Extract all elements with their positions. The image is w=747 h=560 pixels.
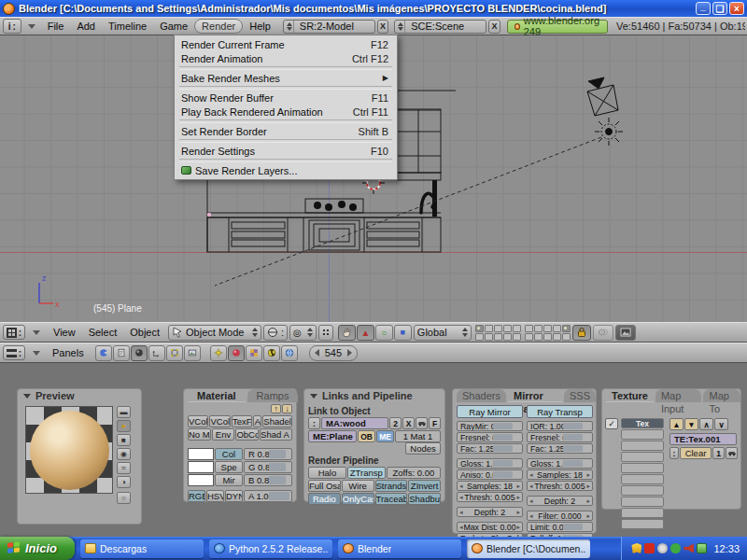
- mirror-setting-field[interactable]: Fac: 1.25: [457, 443, 523, 454]
- pipeline-toggle[interactable]: Strands: [375, 480, 408, 492]
- render-menu-item[interactable]: ▶: [179, 159, 392, 162]
- buttons-type-button[interactable]: :: [3, 345, 25, 360]
- header-collapse-icon[interactable]: [28, 24, 35, 29]
- transp-setting-field[interactable]: Samples: 18: [527, 469, 593, 480]
- b-slider[interactable]: B 0.800: [244, 474, 292, 486]
- texture-slot[interactable]: [621, 474, 664, 484]
- ray-mirror-toggle[interactable]: Ray Mirror: [457, 405, 523, 418]
- material-subcontext-button[interactable]: [228, 345, 245, 361]
- material-users-button[interactable]: 2: [389, 417, 402, 429]
- screen-delete-button[interactable]: X: [377, 20, 388, 34]
- render-menu-item[interactable]: Render Animation Ctrl F12 ▶: [175, 51, 397, 65]
- material-toggle[interactable]: TexFace: [232, 415, 252, 427]
- layer-toggle[interactable]: [562, 333, 571, 341]
- screen-browse-icon[interactable]: [284, 21, 294, 33]
- mirror-setting-field[interactable]: Max Dist: 0.00: [457, 522, 523, 532]
- transp-setting-field[interactable]: IOR: 1.00: [527, 421, 593, 431]
- mirror-setting-field[interactable]: Aniso: 0.00: [457, 469, 523, 480]
- texture-auto-name-button[interactable]: [726, 447, 738, 459]
- pipeline-toggle[interactable]: ZInvert: [408, 480, 441, 492]
- tray-agent-icon[interactable]: [657, 543, 668, 553]
- preview-type-button[interactable]: ■: [117, 434, 131, 446]
- frame-prev-icon[interactable]: [315, 349, 319, 357]
- lamp-icon[interactable]: [595, 118, 623, 146]
- minimize-button[interactable]: _: [696, 2, 711, 15]
- layer-toggle[interactable]: [534, 333, 543, 341]
- mirror-setting-field[interactable]: [457, 518, 523, 521]
- material-panel-tab[interactable]: Ramps: [247, 389, 299, 402]
- volume-icon[interactable]: [684, 543, 694, 553]
- pipeline-toggle[interactable]: Full Osa: [308, 480, 341, 492]
- view3d-menu-item[interactable]: Select: [82, 326, 124, 339]
- ray-transp-toggle[interactable]: Ray Transp: [527, 405, 593, 418]
- menu-item[interactable]: Render: [194, 19, 243, 34]
- pipeline-toggle[interactable]: OnlyCast: [342, 493, 374, 505]
- retopo-dots-button[interactable]: [318, 325, 333, 341]
- lock-view-button[interactable]: [572, 325, 591, 341]
- shaders-panel-tab[interactable]: Shaders: [457, 389, 506, 402]
- preview-refresh-button[interactable]: ○: [117, 492, 131, 504]
- r-slider[interactable]: R 0.800: [244, 448, 292, 460]
- texture-subcontext-button[interactable]: [246, 345, 262, 361]
- g-slider[interactable]: G 0.800: [244, 461, 292, 473]
- transp-setting-field[interactable]: Filter: 0.000: [527, 511, 593, 521]
- texture-order-button[interactable]: ∨: [714, 418, 728, 430]
- specular-color-swatch[interactable]: [188, 461, 214, 473]
- preview-type-button[interactable]: ●: [117, 420, 131, 432]
- scene-browse-icon[interactable]: [395, 21, 405, 33]
- pipeline-toggle[interactable]: Radio: [308, 493, 341, 505]
- ob-link-button[interactable]: OB: [358, 430, 375, 442]
- pipeline-toggle[interactable]: Halo: [308, 467, 346, 479]
- transp-setting-field[interactable]: [527, 492, 593, 495]
- render-preview-button[interactable]: [615, 325, 636, 341]
- manipulator-toggle-button[interactable]: [338, 325, 356, 341]
- texture-users-button[interactable]: 1: [712, 447, 725, 459]
- mirror-setting-field[interactable]: Depth: 2: [457, 507, 523, 517]
- transp-setting-field[interactable]: Thresh: 0.005: [527, 481, 593, 491]
- texture-slot[interactable]: [621, 429, 664, 440]
- taskbar-task-button[interactable]: Descargas: [80, 539, 204, 558]
- material-toggle[interactable]: A: [253, 415, 261, 427]
- layer-toggle[interactable]: [543, 325, 552, 332]
- object-context-button[interactable]: [148, 345, 165, 361]
- col-channel-button[interactable]: Col: [215, 448, 243, 460]
- layer-buttons-group-1[interactable]: [475, 325, 521, 341]
- material-panel-tab[interactable]: Material: [188, 389, 246, 402]
- texture-order-button[interactable]: ▲: [669, 418, 684, 430]
- alpha-slider[interactable]: A 1.000: [244, 490, 292, 502]
- transp-setting-field[interactable]: [527, 507, 593, 510]
- material-toggle[interactable]: Env: [212, 428, 235, 441]
- texture-slot[interactable]: [621, 508, 664, 518]
- preview-type-button[interactable]: ◉: [117, 448, 131, 460]
- blender-version-button[interactable]: www.blender.org 249: [507, 20, 608, 34]
- display-settings-icon[interactable]: [697, 543, 707, 553]
- texture-name-field[interactable]: TE:Tex.001: [669, 433, 737, 445]
- texture-slot[interactable]: [621, 452, 664, 462]
- diffuse-color-swatch[interactable]: [188, 448, 214, 460]
- nodes-button[interactable]: Nodes: [405, 442, 441, 455]
- orientation-dropdown[interactable]: Global: [414, 325, 472, 341]
- layer-toggle[interactable]: [562, 325, 571, 332]
- proportional-rings-button[interactable]: [593, 325, 613, 341]
- texture-panel-tab[interactable]: Map Input: [655, 389, 702, 402]
- texture-browse-button[interactable]: :: [669, 447, 679, 459]
- material-name-field[interactable]: MA:wood: [321, 417, 388, 429]
- transp-setting-field[interactable]: [527, 455, 593, 457]
- mode-dropdown[interactable]: Object Mode: [168, 325, 261, 341]
- texture-panel-tab[interactable]: Map To: [703, 389, 740, 402]
- copy-material-button[interactable]: ↑: [271, 404, 281, 413]
- spe-channel-button[interactable]: Spe: [215, 461, 243, 473]
- world-subcontext-button[interactable]: [281, 345, 298, 361]
- mesh-name-field[interactable]: ME:Plane: [308, 430, 357, 442]
- layer-toggle[interactable]: [494, 325, 502, 332]
- render-menu-item[interactable]: ▶: [179, 119, 392, 123]
- mirror-setting-field[interactable]: Thresh: 0.005: [457, 492, 523, 502]
- title-bar[interactable]: Blender [C:\Documents and Settings\Admin…: [0, 0, 747, 17]
- pipeline-toggle[interactable]: Wire: [342, 480, 374, 492]
- material-toggle[interactable]: VCol Light: [188, 415, 208, 427]
- material-toggle[interactable]: VCol Paint: [209, 415, 230, 427]
- render-menu-item[interactable]: ▶: [179, 139, 392, 143]
- frame-next-icon[interactable]: [347, 349, 352, 357]
- window-type-button[interactable]: i:: [3, 19, 21, 34]
- editing-context-button[interactable]: [166, 345, 183, 361]
